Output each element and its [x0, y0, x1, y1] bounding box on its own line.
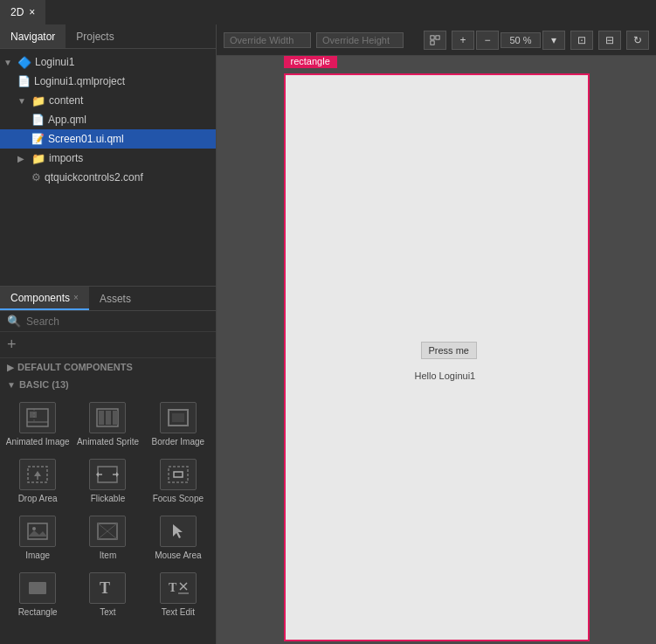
comp-focus-scope-icon — [160, 459, 197, 490]
basic-section-header[interactable]: ▼ BASIC (13) — [0, 376, 216, 393]
tab-projects[interactable]: Projects — [66, 24, 124, 48]
bottom-panel: Components × Assets 🔍 + ▶ DEFAULT COMPON… — [0, 286, 216, 644]
comp-animated-sprite[interactable]: Animated Sprite — [73, 397, 142, 452]
tab-components[interactable]: Components × — [0, 287, 89, 310]
tree-label-conf: qtquickcontrols2.conf — [45, 171, 143, 184]
file-tree: ▼ 🔷 Loginui1 📄 Loginui1.qmlproject ▼ 📁 c… — [0, 49, 216, 286]
tab-navigator[interactable]: Navigator — [0, 24, 66, 48]
comp-mouse-area[interactable]: Mouse Area — [144, 510, 212, 565]
components-close-icon[interactable]: × — [73, 293, 79, 302]
svg-marker-25 — [173, 524, 183, 538]
comp-mouse-area-label: Mouse Area — [155, 551, 201, 560]
default-components-label: DEFAULT COMPONENTS — [17, 362, 133, 372]
tree-arrow-root: ▼ — [3, 58, 14, 67]
tab-2d[interactable]: 2D × — [0, 0, 45, 24]
search-input[interactable] — [26, 315, 209, 328]
zoom-out-button[interactable]: − — [476, 31, 499, 50]
comp-focus-scope[interactable]: Focus Scope — [144, 454, 212, 509]
add-button[interactable]: + — [0, 332, 216, 358]
canvas-viewport[interactable]: rectangle Press me Hello Loginui1 — [217, 56, 656, 644]
comp-flickable-icon — [89, 459, 126, 490]
comp-mouse-area-icon — [160, 516, 197, 547]
assets-tab-label: Assets — [100, 293, 131, 305]
override-width-input[interactable] — [224, 32, 311, 48]
comp-flickable-label: Flickable — [91, 494, 125, 503]
tree-item-imports[interactable]: ▶ 📁 imports — [0, 149, 216, 168]
press-me-button[interactable]: Press me — [421, 342, 477, 359]
basic-section-label: BASIC (13) — [19, 379, 69, 390]
svg-point-21 — [32, 527, 36, 530]
toolbar: + − 50 % ▾ ⊡ ⊟ ↻ — [217, 24, 656, 56]
toolbar-btn-actual[interactable]: ⊟ — [598, 31, 621, 50]
comp-item-label: Item — [100, 551, 116, 560]
comp-drop-area-label: Drop Area — [18, 494, 58, 503]
tree-item-screen[interactable]: 📝 Screen01.ui.qml — [0, 129, 216, 149]
qml-canvas: rectangle Press me Hello Loginui1 — [284, 73, 590, 641]
tree-item-root[interactable]: ▼ 🔷 Loginui1 — [0, 52, 216, 72]
rectangle-label: rectangle — [284, 56, 337, 68]
svg-rect-5 — [99, 411, 104, 425]
comp-image[interactable]: Image — [3, 510, 72, 565]
comp-animated-sprite-label: Animated Sprite — [77, 437, 139, 447]
search-icon: 🔍 — [7, 315, 21, 328]
navigator-tab-label: Navigator — [10, 31, 55, 43]
comp-drop-area-icon — [19, 459, 56, 490]
comp-text-edit-label: Text Edit — [162, 607, 195, 617]
tree-icon-root: 🔷 — [17, 56, 31, 69]
tree-item-content[interactable]: ▼ 📁 content — [0, 91, 216, 110]
tree-label-root: Loginui1 — [35, 56, 74, 68]
comp-animated-sprite-icon — [89, 402, 126, 433]
svg-rect-19 — [174, 472, 183, 477]
tree-icon-project: 📄 — [17, 75, 31, 87]
tree-item-conf[interactable]: ⚙ qtquickcontrols2.conf — [0, 168, 216, 187]
comp-animated-image[interactable]: Animated Image — [3, 397, 72, 452]
comp-animated-image-label: Animated Image — [6, 437, 70, 447]
comp-rectangle[interactable]: Rectangle — [3, 567, 72, 622]
override-height-input[interactable] — [316, 32, 404, 48]
tree-arrow-imports: ▶ — [17, 154, 28, 163]
toolbar-btn-refresh[interactable]: ↻ — [626, 31, 649, 50]
comp-text-edit-icon: T — [160, 572, 197, 604]
navigator-tabs: Navigator Projects — [0, 24, 216, 49]
toolbar-btn-layout[interactable] — [424, 31, 446, 50]
comp-flickable[interactable]: Flickable — [73, 454, 142, 509]
tab-2d-close[interactable]: × — [29, 6, 35, 18]
svg-rect-9 — [172, 413, 184, 422]
comp-tabs: Components × Assets — [0, 287, 216, 311]
main-layout: Navigator Projects ▼ 🔷 Loginui1 📄 Loginu… — [0, 24, 656, 644]
zoom-value: 50 % — [501, 32, 541, 48]
svg-rect-32 — [431, 35, 434, 38]
tree-item-app[interactable]: 📄 App.qml — [0, 110, 216, 129]
projects-tab-label: Projects — [76, 31, 114, 43]
zoom-in-button[interactable]: + — [452, 31, 474, 50]
comp-border-image-label: Border Image — [152, 437, 205, 447]
tree-label-imports: imports — [49, 152, 83, 164]
search-bar: 🔍 — [0, 311, 216, 332]
tree-arrow-content: ▼ — [17, 96, 28, 106]
svg-rect-20 — [28, 523, 47, 539]
toolbar-btn-fit[interactable]: ⊡ — [570, 31, 593, 50]
comp-item[interactable]: Item — [73, 510, 142, 565]
tree-item-project[interactable]: 📄 Loginui1.qmlproject — [0, 72, 216, 91]
tab-assets[interactable]: Assets — [89, 287, 142, 310]
tree-icon-conf: ⚙ — [31, 171, 41, 184]
comp-image-icon — [19, 516, 56, 547]
comp-text[interactable]: T Text — [73, 567, 142, 622]
tree-label-content: content — [49, 94, 83, 107]
comp-border-image[interactable]: Border Image — [144, 397, 212, 452]
svg-rect-6 — [106, 411, 111, 425]
comp-text-edit[interactable]: T Text Edit — [144, 567, 212, 622]
comp-animated-image-icon — [19, 402, 56, 433]
default-components-header[interactable]: ▶ DEFAULT COMPONENTS — [0, 358, 216, 376]
comp-drop-area[interactable]: Drop Area — [3, 454, 72, 509]
comp-rectangle-icon — [19, 572, 56, 604]
svg-rect-33 — [436, 35, 439, 38]
canvas-area: + − 50 % ▾ ⊡ ⊟ ↻ rectangle Press me Hell… — [217, 24, 656, 644]
basic-arrow: ▼ — [7, 380, 16, 390]
top-tab-bar: 2D × — [0, 0, 656, 24]
svg-rect-34 — [431, 40, 434, 44]
tab-2d-label: 2D — [10, 6, 24, 18]
zoom-dropdown[interactable]: ▾ — [542, 31, 565, 50]
hello-text: Hello Loginui1 — [415, 370, 476, 381]
comp-border-image-icon — [160, 402, 197, 433]
